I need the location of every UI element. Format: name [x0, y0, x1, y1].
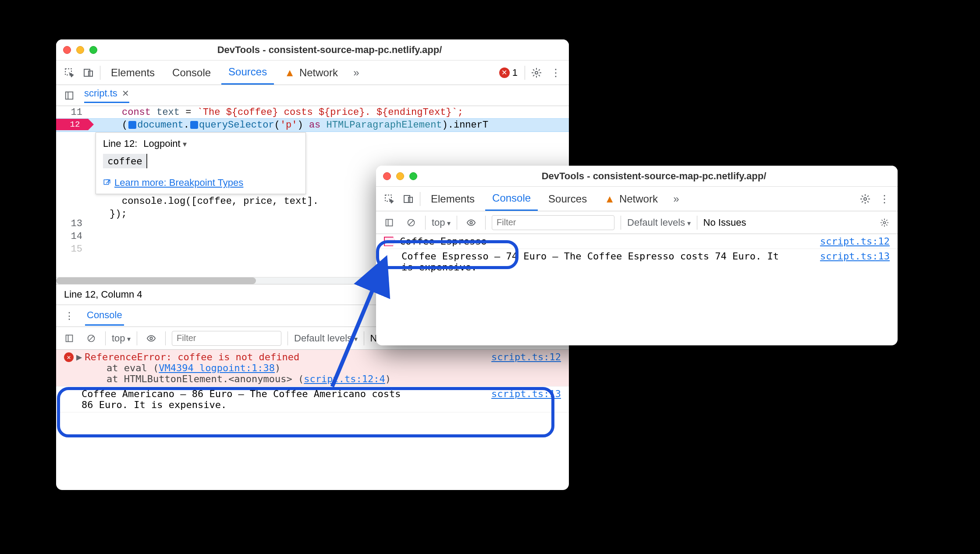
stack-frame: at eval (VM4394 logpoint:1:38) [64, 362, 391, 373]
tab-elements[interactable]: Elements [104, 61, 162, 84]
tab-sources[interactable]: Sources [221, 60, 274, 85]
code-line-breakpoint: (document.querySelector('p') as HTMLPara… [56, 119, 569, 131]
log-text: Coffee Espresso – 74 Euro – The Coffee E… [401, 251, 787, 273]
context-select[interactable]: top [112, 333, 131, 344]
stack-link[interactable]: script.ts:12:4 [304, 373, 385, 384]
log-levels-select[interactable]: Default levels [627, 217, 691, 228]
separator [288, 331, 288, 345]
dom-badge-icon [128, 121, 136, 129]
close-tab-icon[interactable]: ✕ [122, 88, 129, 99]
separator [425, 216, 426, 230]
console-toolbar: top Default levels No Issues [376, 211, 898, 234]
svg-rect-14 [404, 195, 410, 202]
line-number[interactable]: 14 [56, 230, 82, 243]
line-number[interactable]: 15 [56, 243, 82, 256]
inspect-element-icon[interactable] [381, 191, 397, 207]
tab-console[interactable]: Console [165, 61, 218, 84]
source-link[interactable]: script.ts:13 [491, 388, 561, 399]
log-levels-select[interactable]: Default levels [294, 333, 358, 344]
navigator-toggle-icon[interactable] [61, 88, 77, 103]
clear-console-icon[interactable] [83, 330, 99, 346]
code-line: const text = `The ${coffee} costs ${pric… [56, 106, 569, 119]
error-icon: ✕ [499, 67, 510, 78]
device-toolbar-icon[interactable] [81, 65, 96, 81]
context-select[interactable]: top [432, 217, 451, 228]
kebab-menu-icon[interactable]: ⋮ [61, 308, 77, 324]
inspect-element-icon[interactable] [61, 65, 77, 81]
titlebar[interactable]: DevTools - consistent-source-map-pc.netl… [56, 39, 569, 60]
tab-elements[interactable]: Elements [424, 188, 482, 210]
devtools-toolbar: Elements Console Sources ▲ Network » ⋮ [376, 187, 898, 211]
issues-label[interactable]: No Issues [703, 217, 746, 228]
sidebar-toggle-icon[interactable] [381, 215, 397, 231]
svg-rect-2 [89, 71, 92, 76]
log-text: Coffee Americano – 86 Euro – The Coffee … [82, 388, 415, 410]
kebab-menu-icon[interactable]: ⋮ [877, 191, 892, 207]
tab-network[interactable]: ▲ Network [597, 188, 665, 210]
stack-link[interactable]: VM4394 logpoint:1:38 [159, 362, 275, 373]
line-number[interactable]: 11 [56, 106, 82, 119]
window-title: DevTools - consistent-source-map-pc.netl… [417, 170, 891, 182]
source-link[interactable]: script.ts:12 [820, 236, 890, 247]
separator [457, 216, 457, 230]
svg-point-21 [470, 221, 472, 224]
live-expression-icon[interactable] [143, 330, 159, 346]
separator [105, 331, 106, 345]
separator [485, 216, 486, 230]
minimize-window-button[interactable] [396, 172, 404, 180]
svg-line-20 [409, 220, 413, 225]
settings-icon[interactable] [529, 65, 544, 81]
settings-icon[interactable] [857, 191, 873, 207]
zoom-window-button[interactable] [409, 172, 417, 180]
devtools-window-2: DevTools - consistent-source-map-pc.netl… [376, 166, 898, 345]
more-tabs-icon[interactable]: » [668, 191, 684, 207]
svg-rect-7 [66, 335, 73, 341]
separator [621, 216, 621, 230]
learn-more-link[interactable]: Learn more: Breakpoint Types [103, 177, 298, 188]
console-error-row[interactable]: ✕ ▶ ReferenceError: coffee is not define… [56, 350, 569, 387]
traffic-lights [383, 172, 417, 180]
drawer-tab-console[interactable]: Console [85, 306, 124, 326]
logpoint-indicator-icon [384, 237, 395, 246]
source-link[interactable]: script.ts:13 [820, 251, 890, 262]
file-tab-script[interactable]: script.ts ✕ [84, 88, 129, 103]
scrollbar-thumb[interactable] [56, 277, 256, 284]
sidebar-toggle-icon[interactable] [61, 330, 77, 346]
separator [165, 331, 166, 345]
breakpoint-type-select[interactable]: Logpoint [143, 138, 186, 149]
breakpoint-popover: Line 12: Logpoint coffee Learn more: Bre… [96, 132, 306, 194]
minimize-window-button[interactable] [76, 46, 84, 54]
more-tabs-icon[interactable]: » [348, 65, 364, 81]
clear-console-icon[interactable] [403, 215, 419, 231]
filter-input[interactable] [492, 215, 614, 230]
kebab-menu-icon[interactable]: ⋮ [548, 65, 564, 81]
tab-console[interactable]: Console [485, 187, 538, 211]
logpoint-expression-input[interactable]: coffee [103, 154, 147, 168]
console-settings-icon[interactable] [877, 215, 892, 231]
console-log-row[interactable]: Coffee Americano – 86 Euro – The Coffee … [56, 387, 569, 412]
tab-sources[interactable]: Sources [541, 188, 594, 210]
close-window-button[interactable] [63, 46, 71, 54]
source-link[interactable]: script.ts:12 [491, 352, 561, 362]
titlebar[interactable]: DevTools - consistent-source-map-pc.netl… [376, 166, 898, 187]
log-text: Coffee Espresso [400, 236, 487, 247]
zoom-window-button[interactable] [89, 46, 97, 54]
separator [137, 331, 137, 345]
console-log-row[interactable]: Coffee Espresso – 74 Euro – The Coffee E… [376, 249, 898, 274]
console-logpoint-row[interactable]: Coffee Espresso script.ts:12 [376, 234, 898, 249]
close-window-button[interactable] [383, 172, 391, 180]
live-expression-icon[interactable] [463, 215, 479, 231]
warning-icon: ▲ [284, 67, 295, 79]
device-toolbar-icon[interactable] [401, 191, 416, 207]
breakpoint-marker[interactable]: 12 [56, 119, 94, 130]
error-count[interactable]: ✕ 1 [496, 66, 521, 79]
console-prompt[interactable]: › [376, 274, 898, 289]
filter-input[interactable] [172, 331, 281, 346]
svg-point-3 [535, 71, 538, 74]
svg-point-22 [884, 221, 886, 224]
svg-rect-17 [386, 219, 393, 226]
line-number[interactable]: 13 [56, 217, 82, 230]
tab-network[interactable]: ▲ Network [277, 61, 345, 84]
expand-triangle-icon[interactable]: ▶ [76, 352, 82, 362]
separator [525, 66, 525, 80]
